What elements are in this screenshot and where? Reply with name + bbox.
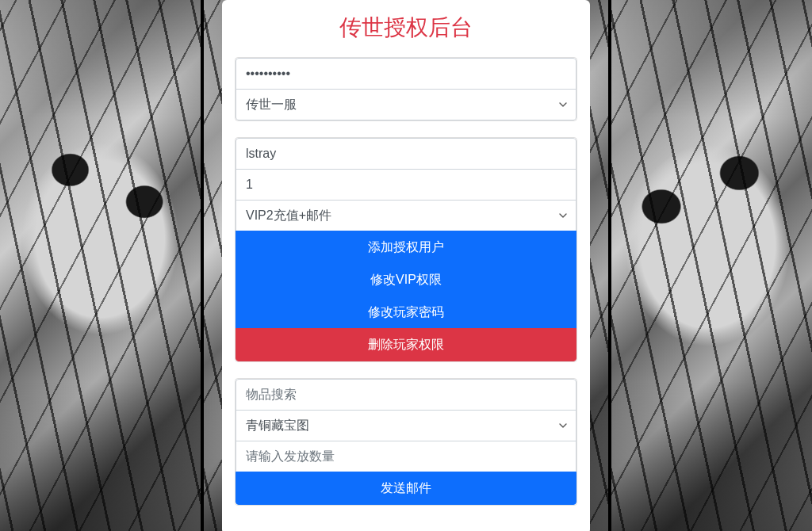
password-input[interactable] (236, 58, 576, 90)
delete-player-permission-button[interactable]: 删除玩家权限 (236, 328, 576, 361)
item-search-input[interactable] (236, 379, 576, 411)
item-select[interactable]: 青铜藏宝图 (236, 410, 576, 441)
server-select[interactable]: 传世一服 (236, 89, 576, 120)
quantity-input[interactable] (236, 441, 576, 472)
modify-player-password-button[interactable]: 修改玩家密码 (236, 296, 576, 329)
username-input[interactable] (236, 138, 576, 170)
number-input[interactable] (236, 169, 576, 201)
modify-vip-permission-button[interactable]: 修改VIP权限 (236, 263, 576, 296)
send-mail-button[interactable]: 发送邮件 (236, 472, 576, 505)
main-panel: 传世授权后台 传世一服 VIP2充值+邮件 添加授权用户 修改VIP权限 修改玩… (222, 0, 590, 531)
vip-level-select[interactable]: VIP2充值+邮件 (236, 200, 576, 231)
page-title: 传世授权后台 (235, 13, 577, 43)
item-mail-card: 青铜藏宝图 发送邮件 (235, 378, 577, 506)
user-permission-card: VIP2充值+邮件 添加授权用户 修改VIP权限 修改玩家密码 删除玩家权限 (235, 137, 577, 362)
server-auth-card: 传世一服 (235, 57, 577, 121)
add-authorized-user-button[interactable]: 添加授权用户 (236, 231, 576, 264)
